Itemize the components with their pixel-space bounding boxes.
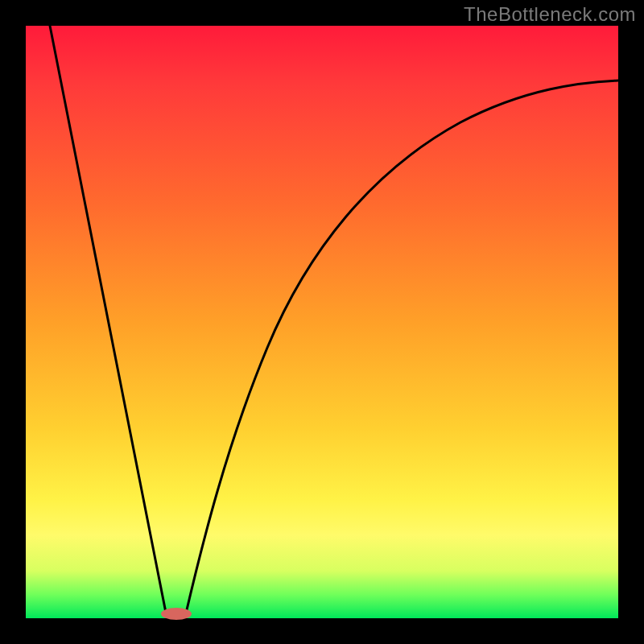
bottleneck-curve: [26, 26, 618, 618]
chart-frame: TheBottleneck.com: [0, 0, 644, 644]
curve-right-branch: [185, 80, 618, 617]
curve-left-branch: [50, 26, 167, 617]
watermark-text: TheBottleneck.com: [464, 3, 636, 26]
min-marker: [161, 608, 192, 620]
plot-area: [26, 26, 618, 618]
